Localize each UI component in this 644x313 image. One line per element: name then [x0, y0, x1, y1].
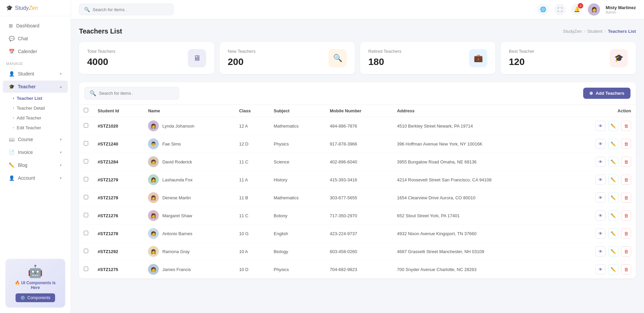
cell-class: 12 A: [234, 117, 269, 135]
delete-button[interactable]: 🗑: [621, 210, 631, 221]
sidebar-item-label: Account: [18, 175, 35, 181]
delete-button[interactable]: 🗑: [621, 193, 631, 203]
cell-action: 👁 ✏️ 🗑: [562, 153, 636, 171]
row-checkbox[interactable]: [84, 123, 88, 128]
sidebar-item-label: Dashboard: [16, 23, 40, 28]
teacher-name: Lynda Johanson: [162, 124, 194, 129]
row-checkbox[interactable]: [84, 159, 88, 163]
stat-label: Retired Teachers: [368, 49, 401, 54]
select-all-checkbox[interactable]: [84, 108, 88, 112]
col-name: Name: [143, 105, 234, 117]
delete-button[interactable]: 🗑: [621, 228, 631, 239]
col-class: Class: [234, 105, 269, 117]
sidebar-item-teacher[interactable]: 🎓 Teacher ▴: [3, 81, 68, 93]
sidebar-item-label: Calender: [18, 49, 37, 54]
submenu-add-teacher[interactable]: Add Teacher: [9, 113, 71, 123]
table-row: #STZ1279 👩 Lashaunda Fox 11 A History 41…: [79, 171, 636, 189]
view-button[interactable]: 👁: [595, 210, 605, 221]
stat-icon-retired: 💼: [469, 49, 487, 67]
submenu-edit-teacher[interactable]: Edit Teacher: [9, 123, 71, 133]
cell-mobile: 303-677-5655: [325, 189, 392, 207]
sidebar-item-account[interactable]: 👤 Account ▾: [3, 172, 68, 184]
delete-button[interactable]: 🗑: [621, 175, 631, 185]
row-checkbox[interactable]: [84, 267, 88, 271]
translate-button[interactable]: 🌐: [537, 4, 549, 15]
row-checkbox[interactable]: [84, 177, 88, 181]
view-button[interactable]: 👁: [595, 157, 605, 167]
stat-card-best-teacher: Best Teacher 120 🎓: [501, 42, 636, 74]
breadcrumb-sep: ›: [604, 29, 606, 34]
sidebar-item-calendar[interactable]: 📅 Calender: [3, 45, 68, 58]
delete-button[interactable]: 🗑: [621, 264, 631, 274]
logo-icon: 🎓: [6, 5, 13, 11]
delete-button[interactable]: 🗑: [621, 139, 631, 149]
cell-student-id: #STZ1240: [93, 135, 143, 153]
sidebar-item-course[interactable]: 📖 Course ▾: [3, 133, 68, 146]
edit-button[interactable]: ✏️: [608, 139, 618, 149]
table-row: #STZ1275 🧑 James Francis 10 D Physics 70…: [79, 261, 636, 278]
topbar-search-input[interactable]: [93, 7, 160, 12]
view-button[interactable]: 👁: [595, 193, 605, 203]
edit-button[interactable]: ✏️: [608, 121, 618, 131]
view-button[interactable]: 👁: [595, 121, 605, 131]
sidebar-item-student[interactable]: 👤 Student ▾: [3, 68, 68, 80]
edit-button[interactable]: ✏️: [608, 246, 618, 256]
cell-student-id: #STZ1020: [93, 117, 143, 135]
breadcrumb-studyzen: StudyZen: [563, 29, 582, 34]
cell-name: 👨 Fae Sims: [143, 135, 234, 153]
row-checkbox[interactable]: [84, 213, 88, 217]
cell-subject: Science: [269, 153, 325, 171]
submenu-teacher-detail[interactable]: Teacher Detail: [9, 103, 71, 113]
submenu-teacher-list[interactable]: Teacher List: [9, 93, 71, 103]
edit-button[interactable]: ✏️: [608, 193, 618, 203]
edit-button[interactable]: ✏️: [608, 264, 618, 274]
edit-button[interactable]: ✏️: [608, 175, 618, 185]
expand-icon: ⛶: [558, 7, 563, 13]
cell-address: 4687 Grasselli Street Manchester, NH 031…: [392, 243, 562, 261]
cell-name: 🧑 David Roderick: [143, 153, 234, 171]
view-button[interactable]: 👁: [595, 175, 605, 185]
sidebar-item-label: Chat: [18, 36, 28, 41]
teacher-name: Antonio Barnes: [162, 231, 192, 236]
table-row: #STZ1279 👩 Denese Martin 11 B Mathematic…: [79, 189, 636, 207]
edit-button[interactable]: ✏️: [608, 157, 618, 167]
view-button[interactable]: 👁: [595, 139, 605, 149]
cell-name: 👩 Margaret Shaw: [143, 207, 234, 225]
cell-subject: Physics: [269, 261, 325, 278]
stat-icon-best: 🎓: [610, 49, 628, 67]
search-icon: 🔍: [90, 90, 96, 96]
expand-button[interactable]: ⛶: [554, 4, 566, 15]
edit-button[interactable]: ✏️: [608, 210, 618, 221]
table-row: #STZ1284 🧑 David Roderick 11 C Science 4…: [79, 153, 636, 171]
notification-button[interactable]: 🔔 2: [571, 4, 583, 15]
cell-mobile: 717-350-2970: [325, 207, 392, 225]
table-search-input[interactable]: [99, 91, 167, 96]
sidebar-item-blog[interactable]: ✏️ Blog ▾: [3, 159, 68, 171]
stat-label: Total Teachers: [87, 49, 116, 54]
view-button[interactable]: 👁: [595, 228, 605, 239]
delete-button[interactable]: 🗑: [621, 246, 631, 256]
cell-student-id: #STZ1278: [93, 225, 143, 243]
view-button[interactable]: 👁: [595, 246, 605, 256]
sidebar-item-dashboard[interactable]: ⊞ Dashboard: [3, 20, 68, 32]
row-checkbox[interactable]: [84, 231, 88, 235]
topbar-search-box[interactable]: 🔍: [79, 4, 174, 15]
teacher-name: David Roderick: [162, 159, 192, 164]
delete-button[interactable]: 🗑: [621, 157, 631, 167]
table-search-box[interactable]: 🔍: [84, 87, 179, 99]
sidebar-item-chat[interactable]: 💬 Chat: [3, 32, 68, 45]
row-checkbox[interactable]: [84, 249, 88, 253]
edit-button[interactable]: ✏️: [608, 228, 618, 239]
add-teachers-button[interactable]: ⊕ Add Teachers: [583, 88, 630, 99]
row-checkbox[interactable]: [84, 141, 88, 146]
row-checkbox[interactable]: [84, 195, 88, 199]
cell-name: 👩 Lashaunda Fox: [143, 171, 234, 189]
col-subject: Subject: [269, 105, 325, 117]
translate-icon: 🌐: [540, 6, 546, 13]
sidebar-item-invoice[interactable]: 📄 Invoice ▾: [3, 146, 68, 158]
chat-icon: 💬: [9, 36, 15, 41]
cell-subject: Mathematics: [269, 117, 325, 135]
view-button[interactable]: 👁: [595, 264, 605, 274]
delete-button[interactable]: 🗑: [621, 121, 631, 131]
promo-button[interactable]: ⚙️ Components: [16, 293, 55, 302]
